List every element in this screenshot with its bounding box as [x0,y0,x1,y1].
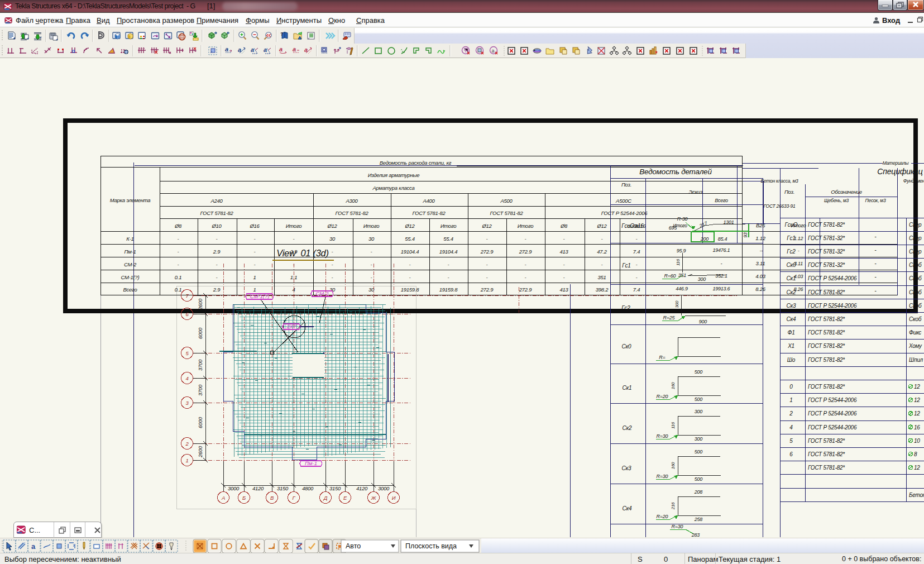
svg-text:-: - [874,274,876,280]
svg-text:1: 1 [185,457,188,463]
svg-text:Итого: Итого [286,223,302,229]
svg-text:12: 12 [914,384,920,390]
svg-text:-: - [409,261,411,267]
svg-text:Ск0: Ск0 [622,343,631,350]
svg-text:3700: 3700 [197,384,203,396]
svg-text:3: 3 [185,400,189,406]
svg-text:1: 1 [253,274,256,280]
svg-text:0.1: 0.1 [175,274,181,280]
svg-text:Материалы: Материалы [883,160,909,166]
svg-text:2Х?: 2Х? [286,323,297,329]
svg-text:4120: 4120 [252,485,264,491]
svg-text:7: 7 [185,293,189,299]
svg-text:-: - [525,261,526,267]
svg-text:3.11: 3.11 [756,260,765,266]
svg-text:R=20: R=20 [657,394,668,399]
svg-text:ГОСТ 5781-82*: ГОСТ 5781-82* [808,289,845,295]
svg-text:12: 12 [914,465,920,471]
svg-text:Итого: Итого [791,223,806,228]
svg-text:СМ-1(?): СМ-1(?) [250,293,270,299]
svg-text:Ск2: Ск2 [623,425,632,431]
svg-text:300: 300 [698,276,706,282]
svg-text:Ск1: Ск1 [623,385,632,391]
svg-text:6000: 6000 [197,327,203,339]
svg-text:2600: 2600 [197,298,203,310]
svg-text:Своб: Своб [909,262,922,268]
svg-text:-: - [178,261,179,267]
svg-text:19104.4: 19104.4 [439,248,458,255]
svg-text:-: - [874,288,876,294]
svg-text:-: - [525,274,526,280]
svg-text:2.9: 2.9 [213,248,221,255]
svg-text:-: - [762,248,763,254]
svg-text:-: - [332,248,333,255]
svg-text:-: - [636,261,638,267]
svg-text:95.9: 95.9 [677,248,686,254]
svg-text:160: 160 [671,462,676,469]
svg-text:Скоб: Скоб [909,316,922,322]
svg-text:19913.6: 19913.6 [713,286,730,291]
svg-text:-: - [254,248,256,255]
svg-text:ГОСТ 5781-82*: ГОСТ 5781-82* [808,438,845,444]
svg-text:R=20: R=20 [657,514,668,519]
svg-text:R=30: R=30 [657,474,668,479]
svg-text:Фикс: Фикс [909,329,921,336]
svg-text:1: 1 [789,397,792,403]
svg-text:-: - [486,261,488,267]
svg-text:5: 5 [185,350,189,356]
svg-text:351: 351 [678,273,687,278]
svg-text:19159.8: 19159.8 [401,286,420,293]
svg-text:217: 217 [698,220,708,229]
svg-text:7.4: 7.4 [633,248,640,255]
svg-text:3150: 3150 [329,485,341,491]
svg-text:10: 10 [914,438,920,444]
svg-text:R=30: R=30 [657,433,668,439]
svg-text:Ведомость расхода стали, кг: Ведомость расхода стали, кг [380,160,452,166]
svg-text:А500: А500 [500,198,513,204]
svg-text:Своб: Своб [909,289,922,295]
svg-text:3150: 3150 [277,485,289,491]
svg-text:ГОСТ 5781-82*: ГОСТ 5781-82* [808,451,845,457]
svg-text:ГОСТ 5781-82: ГОСТ 5781-82 [490,210,523,216]
svg-text:Ск4: Ск4 [623,505,632,512]
svg-text:Обозначение: Обозначение [831,189,861,195]
svg-text:413: 413 [559,248,568,255]
svg-text:-: - [486,236,488,242]
svg-text:R=60: R=60 [664,273,676,279]
svg-text:500: 500 [695,396,703,402]
svg-text:1.12: 1.12 [794,236,803,241]
svg-text:7.4: 7.4 [633,286,640,293]
svg-text:Своб: Своб [909,275,922,281]
svg-text:12: 12 [914,410,920,417]
svg-text:Песок, м3: Песок, м3 [865,198,886,203]
svg-text:-: - [332,261,333,267]
svg-text:View_01 (3d): View_01 (3d) [276,248,328,258]
svg-text:Ø10: Ø10 [211,223,222,229]
svg-text:1301: 1301 [723,219,734,225]
svg-text:8: 8 [914,451,917,457]
svg-text:ГсиОø16: ГсиОø16 [621,223,644,229]
svg-text:Своб: Своб [909,303,922,309]
svg-text:К-1: К-1 [126,236,133,242]
svg-text:500: 500 [695,449,703,455]
svg-text:160: 160 [671,382,676,389]
svg-text:6000: 6000 [197,417,203,428]
svg-text:352.1: 352.1 [715,273,727,279]
svg-text:Д: Д [323,495,328,501]
svg-text:19159.8: 19159.8 [439,286,458,293]
svg-text:R=25: R=25 [663,315,676,321]
svg-text:-: - [874,247,876,253]
svg-text:Хому: Хому [908,343,922,349]
svg-text:ГОСТ 5781-82*: ГОСТ 5781-82* [808,384,845,390]
svg-text:Гс2: Гс2 [621,305,630,311]
svg-text:-: - [448,261,449,267]
svg-text:12: 12 [914,397,920,403]
svg-text:Свер: Свер [909,235,922,241]
svg-text:85.4: 85.4 [718,236,727,242]
svg-text:19104.4: 19104.4 [401,248,419,255]
svg-text:ГОСТ 5781-82: ГОСТ 5781-82 [412,210,446,216]
svg-text:Е: Е [343,495,347,501]
svg-text:А240: А240 [210,198,223,204]
svg-text:Пм-1: Пм-1 [305,460,317,466]
svg-text:-: - [216,236,218,242]
